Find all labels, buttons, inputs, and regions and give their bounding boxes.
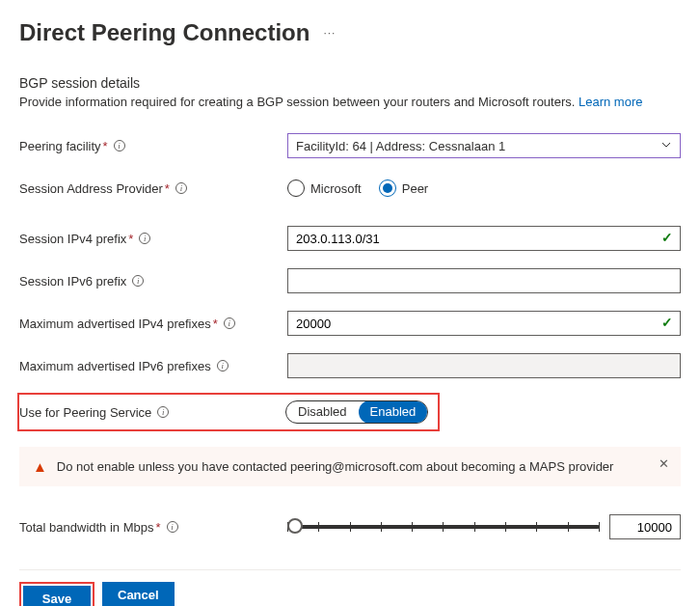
required-indicator: *: [155, 520, 160, 535]
save-highlight: Save: [19, 582, 94, 606]
radio-microsoft-label: Microsoft: [310, 181, 362, 196]
toggle-disabled-seg[interactable]: Disabled: [286, 400, 359, 424]
radio-circle-icon: [287, 179, 305, 197]
bandwidth-slider[interactable]: [287, 525, 600, 529]
learn-more-link[interactable]: Learn more: [579, 95, 642, 109]
peering-facility-label: Peering facility: [19, 139, 101, 153]
radio-peer-label: Peer: [402, 181, 428, 196]
page-title: Direct Peering Connection: [19, 19, 310, 46]
slider-thumb[interactable]: [287, 518, 303, 534]
max-ipv6-label: Maximum advertised IPv6 prefixes: [19, 359, 211, 373]
bandwidth-value-input[interactable]: [609, 514, 681, 539]
info-icon[interactable]: i: [139, 233, 150, 244]
peering-service-label: Use for Peering Service: [19, 405, 151, 420]
peering-service-highlight: Use for Peering Service i Disabled Enabl…: [17, 393, 440, 431]
max-ipv4-input[interactable]: [287, 311, 681, 336]
section-subtitle: Provide information required for creatin…: [19, 95, 681, 109]
info-icon[interactable]: i: [175, 182, 187, 194]
info-icon[interactable]: i: [114, 140, 125, 152]
peering-facility-value: FacilityId: 64 | Address: Cessnalaan 1: [296, 139, 505, 153]
max-ipv6-input: [287, 353, 681, 378]
checkmark-icon: ✓: [661, 230, 673, 245]
bandwidth-label: Total bandwidth in Mbps: [19, 520, 153, 535]
ipv4-prefix-input[interactable]: [287, 226, 681, 251]
warning-banner: ▲ Do not enable unless you have contacte…: [19, 447, 681, 486]
peering-service-toggle[interactable]: Disabled Enabled: [285, 400, 428, 424]
info-icon[interactable]: i: [132, 275, 144, 287]
ipv6-prefix-input[interactable]: [287, 268, 681, 293]
save-button[interactable]: Save: [23, 586, 91, 606]
section-heading: BGP session details: [19, 75, 681, 91]
close-icon[interactable]: ✕: [659, 456, 669, 471]
radio-microsoft[interactable]: Microsoft: [287, 179, 362, 197]
required-indicator: *: [128, 232, 133, 246]
warning-text: Do not enable unless you have contacted …: [57, 459, 614, 474]
ipv6-prefix-label: Session IPv6 prefix: [19, 274, 126, 289]
max-ipv4-label: Maximum advertised IPv4 prefixes: [19, 317, 211, 331]
cancel-button[interactable]: Cancel: [102, 582, 175, 606]
required-indicator: *: [165, 181, 170, 196]
session-address-provider-label: Session Address Provider: [19, 181, 163, 196]
info-icon[interactable]: i: [224, 317, 235, 329]
required-indicator: *: [213, 317, 218, 331]
toggle-enabled-seg[interactable]: Enabled: [359, 400, 428, 424]
info-icon[interactable]: i: [167, 521, 178, 533]
warning-icon: ▲: [33, 458, 47, 475]
peering-facility-select[interactable]: FacilityId: 64 | Address: Cessnalaan 1: [287, 133, 681, 158]
radio-circle-selected-icon: [379, 179, 396, 197]
chevron-down-icon: [660, 139, 672, 153]
info-icon[interactable]: i: [217, 360, 229, 372]
info-icon[interactable]: i: [157, 406, 169, 418]
radio-peer[interactable]: Peer: [379, 179, 428, 197]
section-subtitle-text: Provide information required for creatin…: [19, 95, 575, 109]
required-indicator: *: [103, 139, 108, 153]
ipv4-prefix-label: Session IPv4 prefix: [19, 232, 126, 246]
more-menu-icon[interactable]: ···: [323, 26, 336, 40]
checkmark-icon: ✓: [661, 315, 673, 330]
